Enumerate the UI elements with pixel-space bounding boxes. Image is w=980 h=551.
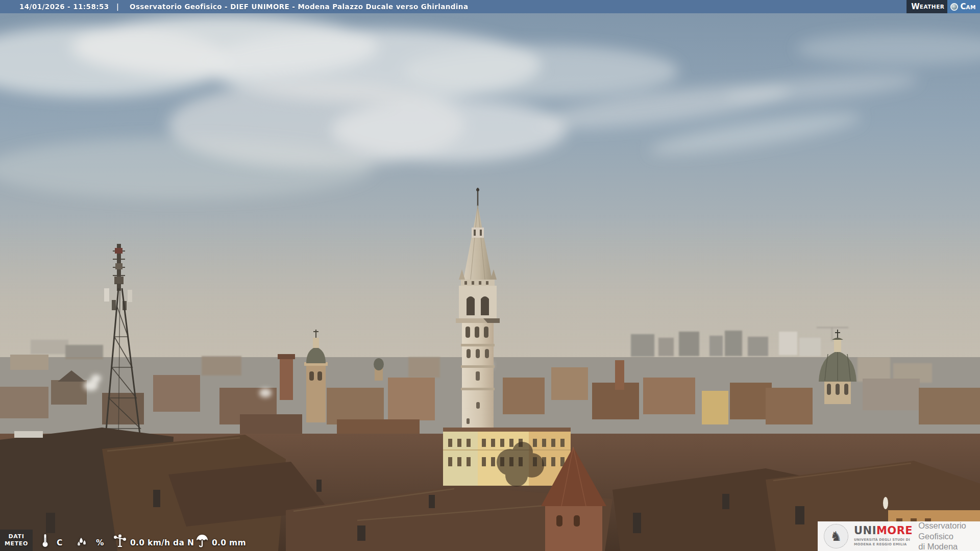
meteo-line: METEO [5,540,28,547]
weathercam-logo-weather: W EATHER [906,0,947,13]
weathercam-logo-cam: C AM [947,0,980,13]
unimore-subtitle-line1: UNIVERSITÀ DEGLI STUDI DI [854,538,913,542]
unimore-logo-box[interactable]: ♞ UNIMORE UNIVERSITÀ DEGLI STUDI DI MODE… [818,521,980,551]
title-separator: | [116,0,119,13]
webcam-photo [0,0,980,551]
unimore-seal-icon: ♞ [824,524,848,548]
unimore-subtitle-line2: MODENA E REGGIO EMILIA [854,542,913,547]
observatory-name-line1: Osservatorio Geofisico [918,520,980,541]
unimore-more: MORE [876,524,913,537]
observatory-name: Osservatorio Geofisico di Modena [918,520,980,551]
dati-meteo-label: DATI METEO [0,530,33,551]
weathercam-c: C [960,2,966,11]
weathercam-am: AM [966,4,976,10]
title-bar: 14/01/2026 - 11:58:53 | Osservatorio Geo… [0,0,980,13]
camera-title: Osservatorio Geofisico - DIEF UNIMORE - … [130,0,468,13]
weathercam-logo[interactable]: W EATHER C AM [906,0,980,13]
observatory-name-line2: di Modena [918,541,980,551]
unimore-wordmark: UNIMORE UNIVERSITÀ DEGLI STUDI DI MODENA… [854,525,913,547]
camera-lens-icon [950,3,958,11]
weathercam-w: W [911,2,920,11]
weathercam-eather: EATHER [920,4,945,10]
timestamp: 14/01/2026 - 11:58:53 [19,0,109,13]
dati-line: DATI [9,533,24,540]
unimore-uni: UNI [854,524,876,537]
